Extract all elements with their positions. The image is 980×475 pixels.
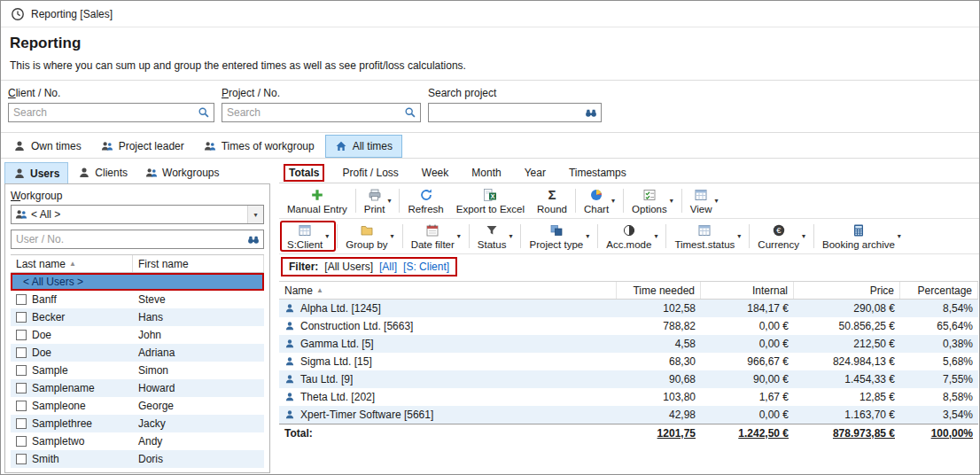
- tab-totals[interactable]: Totals: [284, 165, 323, 181]
- user-row[interactable]: Doe Adriana: [11, 344, 264, 362]
- tab-workgroups[interactable]: Workgroups: [137, 162, 227, 183]
- chevron-down-icon[interactable]: ▾: [714, 197, 718, 205]
- tab-own-times[interactable]: Own times: [4, 135, 90, 158]
- chevron-down-icon[interactable]: ▾: [391, 232, 394, 240]
- chevron-down-icon[interactable]: ▾: [387, 197, 391, 205]
- table-icon: [697, 222, 712, 238]
- time-needed-value: 90,68: [617, 373, 701, 385]
- checkbox[interactable]: [16, 294, 27, 305]
- chevron-down-icon[interactable]: ▾: [670, 197, 673, 205]
- s-client-button[interactable]: S:Client ▾: [281, 222, 335, 251]
- group-by-button[interactable]: Group by ▾: [339, 222, 400, 251]
- checkbox[interactable]: [16, 436, 27, 447]
- tab-project-leader[interactable]: Project leader: [92, 135, 193, 158]
- chevron-down-icon[interactable]: ▾: [247, 206, 263, 223]
- chevron-down-icon[interactable]: ▾: [509, 232, 512, 240]
- table-row[interactable]: Gamma Ltd. [5] 4,58 0,00 € 212,50 € 0,38…: [279, 335, 978, 353]
- filter-all-link[interactable]: [All]: [379, 261, 397, 273]
- table-row[interactable]: Alpha Ltd. [1245] 102,58 184,17 € 290,08…: [279, 300, 978, 317]
- tab-times-of-workgroup[interactable]: Times of workgroup: [195, 135, 323, 158]
- chevron-down-icon[interactable]: ▾: [802, 232, 805, 240]
- chevron-down-icon[interactable]: ▾: [737, 232, 741, 240]
- all-users-row[interactable]: < All Users >: [11, 273, 264, 291]
- user-row[interactable]: Sample Simon: [11, 362, 264, 379]
- view-button[interactable]: View ▾: [684, 186, 725, 215]
- currency-button[interactable]: Currency ▾: [751, 222, 812, 251]
- table-row[interactable]: Theta Ltd. [202] 103,80 1,67 € 12,85 € 8…: [279, 388, 978, 406]
- project-type-button[interactable]: Project type ▾: [523, 222, 595, 251]
- manual-entry-button[interactable]: Manual Entry: [281, 186, 354, 215]
- options-button[interactable]: Options ▾: [626, 186, 680, 215]
- chevron-down-icon[interactable]: ▾: [325, 232, 329, 240]
- col-time-needed[interactable]: Time needed: [617, 282, 701, 299]
- timest-status-button[interactable]: Timest.status ▾: [668, 222, 747, 251]
- table-row[interactable]: Tau Ltd. [9] 90,68 90,00 € 1.454,33 € 7,…: [279, 370, 978, 388]
- col-price[interactable]: Price: [794, 282, 900, 299]
- chevron-down-icon[interactable]: ▾: [611, 197, 615, 205]
- col-last-name[interactable]: Last name ▲: [11, 255, 133, 272]
- filter-users-value[interactable]: [All Users]: [324, 261, 373, 273]
- tab-week[interactable]: Week: [417, 165, 453, 181]
- chevron-down-icon[interactable]: ▾: [654, 232, 657, 240]
- col-name[interactable]: Name ▲: [279, 282, 617, 299]
- user-search-input[interactable]: [12, 233, 244, 245]
- table-row[interactable]: Sigma Ltd. [15] 68,30 966,67 € 824.984,1…: [279, 353, 978, 370]
- tab-all-times[interactable]: All times: [325, 135, 402, 158]
- user-row[interactable]: Sampletwo Andy: [11, 432, 264, 450]
- user-row[interactable]: Doe John: [11, 326, 264, 344]
- user-row[interactable]: Becker Hans: [11, 308, 264, 326]
- booking-archive-button[interactable]: Booking archive ▾: [816, 222, 907, 251]
- table-row[interactable]: Construction Ltd. [5663] 788,82 0,00 € 5…: [279, 317, 978, 335]
- checkbox[interactable]: [16, 330, 27, 340]
- client-name: Alpha Ltd. [1245]: [300, 302, 381, 315]
- date-filter-button[interactable]: Date filter ▾: [405, 222, 467, 251]
- col-first-name[interactable]: First name: [133, 255, 264, 272]
- chart-button[interactable]: Chart ▾: [578, 186, 621, 215]
- print-label: Print: [364, 204, 385, 214]
- user-row[interactable]: Samplethree Jacky: [11, 415, 264, 432]
- table-row[interactable]: Xpert-Timer Software [5661] 42,98 0,00 €…: [279, 406, 978, 424]
- col-percentage[interactable]: Percentage: [900, 282, 978, 299]
- checkbox[interactable]: [16, 401, 27, 411]
- checkbox[interactable]: [16, 312, 27, 323]
- tab-timestamps[interactable]: Timestamps: [564, 165, 631, 181]
- tab-month[interactable]: Month: [467, 165, 505, 181]
- checkbox[interactable]: [16, 454, 27, 464]
- user-row[interactable]: Samplename Howard: [11, 379, 264, 397]
- checkbox[interactable]: [16, 418, 27, 429]
- user-last-name: Samplethree: [32, 417, 92, 430]
- checkbox[interactable]: [16, 383, 27, 393]
- user-row[interactable]: Banff Steve: [11, 291, 264, 308]
- project-search-input[interactable]: [222, 106, 401, 119]
- export-to-excel-button[interactable]: Export to Excel: [450, 186, 531, 215]
- refresh-button[interactable]: Refresh: [401, 186, 449, 215]
- round-button[interactable]: Σ Round: [531, 186, 573, 215]
- time-needed-value: 788,82: [617, 320, 701, 332]
- print-button[interactable]: Print ▾: [358, 186, 398, 215]
- calculator-icon: [852, 222, 866, 238]
- search-project-input[interactable]: [429, 106, 581, 119]
- client-search-input[interactable]: [9, 106, 194, 119]
- user-row[interactable]: Smith Doris: [11, 450, 264, 468]
- binoculars-icon[interactable]: [244, 233, 263, 245]
- workgroup-select[interactable]: < All > ▾: [11, 205, 264, 224]
- search-filter-row: Client / No. Project / No. Search projec…: [1, 80, 979, 132]
- filter-s-client-link[interactable]: [S: Client]: [403, 261, 449, 273]
- chevron-down-icon[interactable]: ▾: [586, 232, 589, 240]
- chevron-down-icon[interactable]: ▾: [457, 232, 461, 240]
- binoculars-icon[interactable]: [581, 106, 601, 119]
- status-button[interactable]: Status ▾: [471, 222, 519, 251]
- user-row[interactable]: Sampleone George: [11, 397, 264, 415]
- acc-mode-button[interactable]: Acc.mode ▾: [600, 222, 664, 251]
- checkbox[interactable]: [16, 347, 27, 358]
- chevron-down-icon[interactable]: ▾: [898, 232, 901, 240]
- tab-profit-loss[interactable]: Profit / Loss: [338, 165, 402, 181]
- tab-users[interactable]: Users: [4, 162, 68, 183]
- col-internal[interactable]: Internal: [701, 282, 794, 299]
- tab-clients[interactable]: Clients: [70, 162, 136, 183]
- tab-year[interactable]: Year: [520, 165, 550, 181]
- checkbox[interactable]: [16, 365, 27, 376]
- magnifier-icon[interactable]: [401, 106, 420, 119]
- magnifier-icon[interactable]: [194, 106, 214, 119]
- export-to-excel-label: Export to Excel: [456, 204, 525, 214]
